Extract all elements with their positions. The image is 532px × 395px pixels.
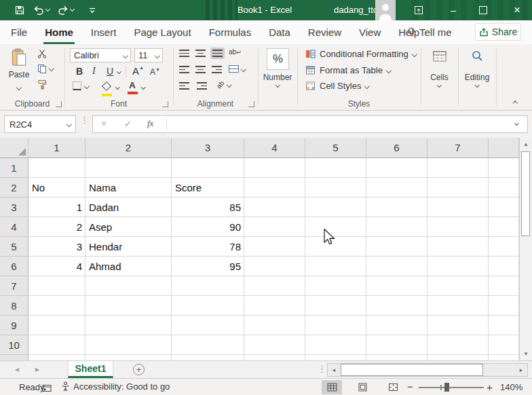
cell-r11c7[interactable] xyxy=(428,355,489,360)
tab-review[interactable]: Review xyxy=(307,20,343,44)
tab-insert[interactable]: Insert xyxy=(90,20,118,44)
cell-r9c6[interactable] xyxy=(366,316,428,335)
cancel-button[interactable]: × xyxy=(101,118,107,129)
cell-r11c2[interactable] xyxy=(86,355,172,360)
clipboard-dialog-launcher[interactable] xyxy=(56,101,62,107)
page-layout-view-button[interactable] xyxy=(352,380,373,394)
cell-r5c7[interactable] xyxy=(428,237,489,257)
cell-r7c5[interactable] xyxy=(305,276,366,296)
cell-r3c4[interactable] xyxy=(244,198,305,217)
cell-r11c4[interactable] xyxy=(244,355,305,360)
col-header-3[interactable]: 3 xyxy=(172,138,244,158)
cell-r6c4[interactable] xyxy=(244,257,305,276)
tab-view[interactable]: View xyxy=(358,20,382,44)
redo-caret-icon[interactable] xyxy=(70,7,75,12)
save-button[interactable] xyxy=(12,0,27,20)
cell-r4c7[interactable] xyxy=(428,217,489,237)
cell-r11c3[interactable] xyxy=(172,355,244,360)
cell-r6c7[interactable] xyxy=(428,257,489,276)
bold-button[interactable]: B xyxy=(76,67,83,76)
cell-value-r3c2[interactable]: Dadan xyxy=(86,198,172,217)
undo-button[interactable] xyxy=(31,0,52,20)
cell-r7c1[interactable] xyxy=(28,276,86,296)
cell-r10c8[interactable] xyxy=(489,335,519,355)
cell-r11c1[interactable] xyxy=(28,355,86,360)
tab-home[interactable]: Home xyxy=(43,20,75,44)
cell-r3c8[interactable] xyxy=(489,198,519,217)
cell-r5c4[interactable] xyxy=(244,237,305,257)
font-size-select[interactable]: 11 xyxy=(134,48,163,62)
cell-r9c7[interactable] xyxy=(428,316,489,335)
cell-r1c6[interactable] xyxy=(366,158,428,178)
cell-r8c7[interactable] xyxy=(428,296,489,316)
enter-button[interactable]: ✓ xyxy=(124,119,132,129)
cell-r10c6[interactable] xyxy=(366,335,428,355)
editing-button[interactable] xyxy=(471,50,483,64)
tab-formulas[interactable]: Formulas xyxy=(208,20,253,44)
cell-r3c7[interactable] xyxy=(428,198,489,217)
cell-r1c1[interactable] xyxy=(28,158,86,178)
cell-r10c2[interactable] xyxy=(86,335,172,355)
number-group-caret-icon[interactable] xyxy=(276,83,280,87)
cell-r4c8[interactable] xyxy=(489,217,519,237)
cells-button[interactable] xyxy=(432,50,447,66)
cell-value-r6c3[interactable]: 95 xyxy=(172,257,244,276)
insert-function-button[interactable]: fx xyxy=(147,118,153,129)
row-header-3[interactable]: 3 xyxy=(0,198,28,217)
cell-r8c2[interactable] xyxy=(86,296,172,316)
fill-color-caret-icon[interactable] xyxy=(115,85,119,89)
cell-r9c1[interactable] xyxy=(28,316,86,335)
cell-r4c4[interactable] xyxy=(244,217,305,237)
cell-r8c1[interactable] xyxy=(28,296,86,316)
top-align-button[interactable] xyxy=(179,50,189,57)
cell-value-r3c3[interactable]: 85 xyxy=(172,198,244,217)
cell-r7c6[interactable] xyxy=(366,276,428,296)
cell-r4c6[interactable] xyxy=(366,217,428,237)
cell-r2c6[interactable] xyxy=(366,178,428,198)
cells-group-caret-icon[interactable] xyxy=(437,83,441,87)
cell-r8c6[interactable] xyxy=(366,296,428,316)
cell-value-r2c1[interactable]: No xyxy=(28,178,86,198)
cell-r11c6[interactable] xyxy=(366,355,428,360)
bottom-align-button[interactable] xyxy=(210,48,225,59)
paste-button[interactable]: Paste xyxy=(5,47,33,97)
font-dialog-launcher[interactable] xyxy=(162,101,168,107)
row-header-7[interactable]: 7 xyxy=(0,276,28,296)
cell-r10c7[interactable] xyxy=(428,335,489,355)
cell-r10c1[interactable] xyxy=(28,335,86,355)
align-right-button[interactable] xyxy=(212,66,222,73)
cell-styles-button[interactable]: Cell Styles xyxy=(305,81,369,91)
tab-page-layout[interactable]: Page Layout xyxy=(132,20,192,44)
zoom-level[interactable]: 140% xyxy=(500,382,522,392)
undo-caret-icon[interactable] xyxy=(45,7,50,12)
minimize-button[interactable]: – xyxy=(441,0,466,20)
cell-value-r4c3[interactable]: 90 xyxy=(172,217,244,237)
row-header-8[interactable]: 8 xyxy=(0,296,28,316)
cell-r7c4[interactable] xyxy=(244,276,305,296)
cell-value-r6c1[interactable]: 4 xyxy=(28,257,86,276)
cell-r1c5[interactable] xyxy=(305,158,366,178)
page-break-preview-button[interactable] xyxy=(383,380,403,394)
cell-value-r4c2[interactable]: Asep xyxy=(86,217,172,237)
avatar[interactable] xyxy=(375,0,396,20)
scroll-down-icon[interactable]: ▾ xyxy=(520,347,532,360)
number-format-button[interactable]: % xyxy=(267,48,289,70)
vertical-scrollbar[interactable]: ▴ ▾ xyxy=(519,138,532,360)
row-header-2[interactable]: 2 xyxy=(0,178,28,198)
cell-r2c8[interactable] xyxy=(489,178,519,198)
conditional-formatting-button[interactable]: Conditional Formatting xyxy=(305,49,416,59)
underline-caret-icon[interactable] xyxy=(117,69,121,73)
increase-font-size-button[interactable]: A▲ xyxy=(132,65,144,77)
formula-bar-resizer-icon[interactable]: ⋮ xyxy=(80,115,89,125)
cell-r7c2[interactable] xyxy=(86,276,172,296)
customize-quick-access-button[interactable] xyxy=(86,0,99,20)
row-header-5[interactable]: 5 xyxy=(0,237,28,257)
horizontal-scrollbar-thumb[interactable] xyxy=(341,364,483,376)
previous-sheet-icon[interactable]: ◂ xyxy=(15,364,19,374)
merge-center-button[interactable] xyxy=(229,65,246,73)
editing-group-caret-icon[interactable] xyxy=(475,83,479,87)
number-group-button-label[interactable]: Number xyxy=(258,73,297,82)
cell-r9c4[interactable] xyxy=(244,316,305,335)
cell-r6c8[interactable] xyxy=(489,257,519,276)
formula-bar[interactable]: × ✓ fx xyxy=(92,115,528,133)
